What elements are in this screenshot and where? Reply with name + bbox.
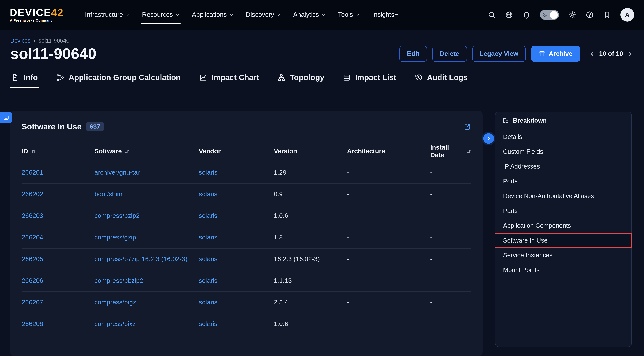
table-cell: 1.1.13 xyxy=(274,277,347,285)
globe-icon[interactable] xyxy=(505,11,513,19)
software-link[interactable]: archiver/gnu-tar xyxy=(94,169,140,176)
moon-icon xyxy=(542,12,548,17)
sidebar-item-custom-fields[interactable]: Custom Fields xyxy=(496,144,632,159)
vendor-link[interactable]: solaris xyxy=(199,190,217,198)
nav-item-insights+[interactable]: Insights+ xyxy=(366,0,404,30)
nav-item-label: Resources xyxy=(142,11,173,18)
sidebar-item-details[interactable]: Details xyxy=(496,129,632,144)
sidebar-item-ports[interactable]: Ports xyxy=(496,174,632,189)
sort-icon[interactable] xyxy=(466,149,471,154)
id-link[interactable]: 266205 xyxy=(22,255,43,263)
vendor-link[interactable]: solaris xyxy=(199,320,217,328)
software-table: IDSoftwareVendorVersionArchitectureInsta… xyxy=(22,141,471,356)
tab-impact-chart[interactable]: Impact Chart xyxy=(198,70,260,88)
architecture-cell: - xyxy=(347,190,349,198)
record-pager: 10 of 10 xyxy=(588,50,634,57)
sidebar-item-software-in-use[interactable]: Software In Use xyxy=(495,233,632,248)
table-cell: solaris xyxy=(199,255,274,263)
notifications-bell-icon[interactable] xyxy=(522,11,531,19)
software-link[interactable]: compress/gzip xyxy=(94,234,136,241)
vendor-link[interactable]: solaris xyxy=(199,277,217,284)
install-date-cell: - xyxy=(430,277,432,284)
vendor-link[interactable]: solaris xyxy=(199,255,217,263)
vendor-link[interactable]: solaris xyxy=(199,212,217,219)
vendor-link[interactable]: solaris xyxy=(199,234,217,241)
nav-item-infrastructure[interactable]: Infrastructure xyxy=(79,0,136,30)
brand-tagline: A Freshworks Company xyxy=(10,18,64,22)
sidebar-item-mount-points[interactable]: Mount Points xyxy=(496,263,632,277)
tab-info[interactable]: Info xyxy=(10,70,38,88)
sort-icon[interactable] xyxy=(31,149,36,154)
version-cell: 1.0.6 xyxy=(274,320,288,328)
delete-button[interactable]: Delete xyxy=(432,46,467,62)
chevron-down-icon xyxy=(356,13,360,17)
search-icon[interactable] xyxy=(488,11,496,19)
table-cell: - xyxy=(430,320,471,328)
table-cell: - xyxy=(347,299,430,306)
help-icon[interactable] xyxy=(586,11,594,19)
software-link[interactable]: compress/bzip2 xyxy=(94,212,140,219)
theme-toggle[interactable] xyxy=(540,10,559,20)
version-cell: 1.29 xyxy=(274,169,286,176)
user-avatar[interactable]: A xyxy=(620,8,634,22)
sort-icon[interactable] xyxy=(124,149,130,154)
nav-item-tools[interactable]: Tools xyxy=(332,0,366,30)
table-cell: 266203 xyxy=(22,212,94,220)
id-link[interactable]: 266208 xyxy=(22,320,43,328)
nav-item-analytics[interactable]: Analytics xyxy=(287,0,332,30)
table-cell: 266202 xyxy=(22,190,94,198)
tab-application-group-calculation[interactable]: Application Group Calculation xyxy=(55,70,182,88)
id-link[interactable]: 266202 xyxy=(22,190,43,198)
settings-gear-icon[interactable] xyxy=(568,11,576,19)
legacy-view-button[interactable]: Legacy View xyxy=(472,46,526,62)
vendor-link[interactable]: solaris xyxy=(199,299,217,306)
install-date-cell: - xyxy=(430,169,432,176)
id-link[interactable]: 266206 xyxy=(22,277,43,284)
sidebar-item-device-non-authoritative-aliases[interactable]: Device Non-Authoritative Aliases xyxy=(496,189,632,203)
software-link[interactable]: compress/p7zip 16.2.3 (16.02-3) xyxy=(94,255,188,263)
external-link-icon[interactable] xyxy=(464,123,471,131)
breadcrumb-devices-link[interactable]: Devices xyxy=(10,37,30,44)
id-link[interactable]: 266204 xyxy=(22,234,43,241)
brand-logo[interactable]: DEVICE42 A Freshworks Company xyxy=(10,7,64,22)
architecture-cell: - xyxy=(347,212,349,219)
sidebar-item-application-components[interactable]: Application Components xyxy=(496,218,632,233)
side-panel-toggle[interactable] xyxy=(0,112,12,123)
nav-item-resources[interactable]: Resources xyxy=(136,0,186,30)
tab-audit-logs[interactable]: Audit Logs xyxy=(414,70,468,88)
collapse-sidebar-button[interactable] xyxy=(483,133,494,144)
architecture-cell: - xyxy=(347,277,349,284)
sidebar-item-ip-addresses[interactable]: IP Addresses xyxy=(496,159,632,174)
sidebar-items: DetailsCustom FieldsIP AddressesPortsDev… xyxy=(496,129,632,277)
id-link[interactable]: 266207 xyxy=(22,299,43,306)
software-link[interactable]: compress/pigz xyxy=(94,299,136,306)
nav-item-applications[interactable]: Applications xyxy=(186,0,240,30)
edit-button[interactable]: Edit xyxy=(400,46,427,62)
archive-button[interactable]: Archive xyxy=(531,46,580,62)
bookmark-icon[interactable] xyxy=(603,11,611,19)
next-record-button[interactable] xyxy=(626,50,634,57)
install-date-cell: - xyxy=(430,320,432,328)
sidebar-item-service-instances[interactable]: Service Instances xyxy=(496,248,632,263)
main-nav: InfrastructureResourcesApplicationsDisco… xyxy=(79,0,404,30)
id-link[interactable]: 266203 xyxy=(22,212,43,219)
software-link[interactable]: compress/pixz xyxy=(94,320,136,328)
tab-impact-list[interactable]: Impact List xyxy=(342,70,397,88)
tab-topology[interactable]: Topology xyxy=(276,70,325,88)
table-cell: 0.9 xyxy=(274,190,347,198)
software-link[interactable]: boot/shim xyxy=(94,190,122,198)
previous-record-button[interactable] xyxy=(588,50,596,57)
column-header-architecture: Architecture xyxy=(347,148,430,155)
vendor-link[interactable]: solaris xyxy=(199,169,217,176)
impact-list-icon xyxy=(342,73,350,81)
page-title: sol11-90640 xyxy=(10,45,96,62)
id-link[interactable]: 266201 xyxy=(22,169,43,176)
tab-label: Audit Logs xyxy=(427,73,468,82)
detail-tabs: InfoApplication Group CalculationImpact … xyxy=(10,70,634,88)
table-cell: 266201 xyxy=(22,169,94,177)
software-link[interactable]: compress/pbzip2 xyxy=(94,277,143,284)
nav-item-discovery[interactable]: Discovery xyxy=(240,0,287,30)
table-cell: solaris xyxy=(199,234,274,241)
sidebar-item-parts[interactable]: Parts xyxy=(496,203,632,218)
column-header-label: Architecture xyxy=(347,148,385,155)
